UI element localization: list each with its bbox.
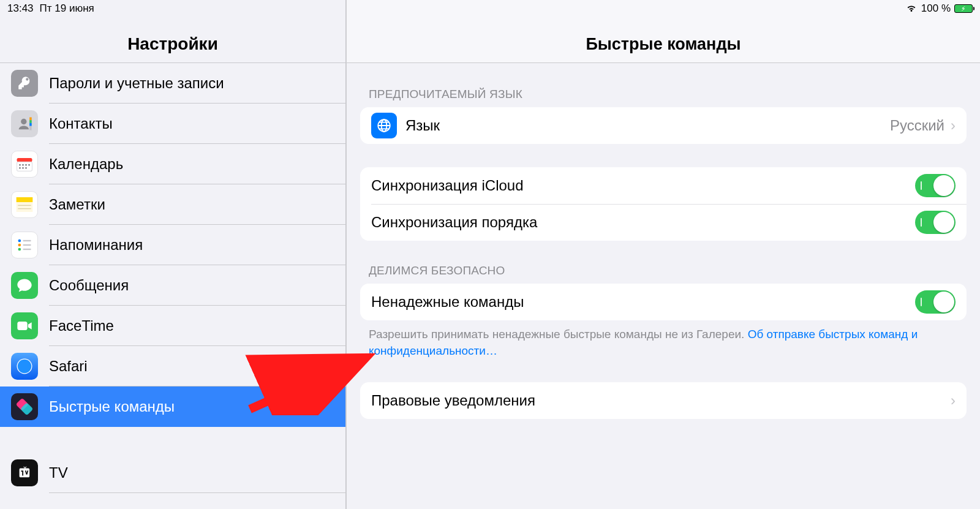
group-sync: Синхронизация iCloud Синхронизация поряд… <box>360 167 967 241</box>
sidebar-item-label: Календарь <box>49 156 123 173</box>
sidebar-item-shortcuts[interactable]: Быстрые команды <box>0 386 345 427</box>
sidebar: Настройки Пароли и учетные записи Контак… <box>0 0 346 509</box>
sidebar-item-label: Напоминания <box>49 236 143 254</box>
shortcuts-icon <box>11 393 38 420</box>
sidebar-item-messages[interactable]: Сообщения <box>0 265 345 306</box>
sidebar-item-notes[interactable]: Заметки <box>0 184 345 225</box>
sidebar-item-tv[interactable]: TV <box>0 453 345 493</box>
group-footer-untrusted: Разрешить принимать ненадежные быстрые к… <box>360 320 967 359</box>
row-untrusted-label: Ненадежные команды <box>371 293 915 311</box>
detail-pane: Быстрые команды ПРЕДПОЧИТАЕМЫЙ ЯЗЫК Язык… <box>346 0 980 509</box>
sidebar-item-calendar[interactable]: Календарь <box>0 144 345 184</box>
svg-point-20 <box>18 248 21 251</box>
footer-text: Разрешить принимать ненадежные быстрые к… <box>369 328 748 341</box>
svg-point-18 <box>18 239 21 243</box>
sidebar-title: Настройки <box>127 34 218 54</box>
sidebar-list: Пароли и учетные записи Контакты Календа… <box>0 63 345 509</box>
svg-point-0 <box>21 119 26 124</box>
reminders-icon <box>11 232 38 258</box>
svg-point-12 <box>22 167 24 169</box>
sidebar-item-label: TV <box>49 464 68 481</box>
chevron-right-icon: › <box>951 117 956 134</box>
svg-rect-14 <box>17 197 33 202</box>
group-language: Язык Русский › <box>360 107 967 144</box>
svg-rect-4 <box>29 123 32 126</box>
chevron-right-icon: › <box>951 392 956 409</box>
svg-point-19 <box>18 244 21 247</box>
row-order-sync[interactable]: Синхронизация порядка <box>360 204 967 241</box>
sidebar-item-reminders[interactable]: Напоминания <box>0 225 345 265</box>
sidebar-item-label: Быстрые команды <box>49 398 175 415</box>
sidebar-item-contacts[interactable]: Контакты <box>0 104 345 144</box>
toggle-icloud-sync[interactable] <box>915 174 956 197</box>
facetime-icon <box>11 312 38 339</box>
svg-point-26 <box>18 360 32 374</box>
svg-rect-3 <box>29 120 32 123</box>
group-header-language: ПРЕДПОЧИТАЕМЫЙ ЯЗЫК <box>360 88 967 107</box>
row-language-value: Русский <box>890 117 944 134</box>
battery-percent: 100 % <box>921 2 951 15</box>
toggle-untrusted[interactable] <box>915 290 956 314</box>
wifi-icon <box>905 2 918 15</box>
group-legal: Правовые уведомления › <box>360 382 967 419</box>
safari-icon <box>11 353 38 380</box>
sidebar-item-label: FaceTime <box>49 317 114 334</box>
row-icloud-sync[interactable]: Синхронизация iCloud <box>360 167 967 204</box>
row-untrusted[interactable]: Ненадежные команды <box>360 284 967 320</box>
tv-icon <box>11 459 38 486</box>
sidebar-item-passwords[interactable]: Пароли и учетные записи <box>0 63 345 104</box>
svg-point-11 <box>19 167 21 169</box>
calendar-icon <box>11 151 38 178</box>
toggle-order-sync[interactable] <box>915 211 956 234</box>
sidebar-item-facetime[interactable]: FaceTime <box>0 306 345 346</box>
globe-icon <box>371 113 397 138</box>
svg-rect-15 <box>17 202 33 212</box>
sidebar-item-label: Сообщения <box>49 277 129 294</box>
status-time: 13:43 <box>7 2 34 15</box>
svg-point-9 <box>25 164 27 166</box>
sidebar-item-label: Контакты <box>49 115 113 132</box>
svg-point-10 <box>28 164 30 166</box>
svg-rect-2 <box>29 118 32 121</box>
detail-title: Быстрые команды <box>586 35 741 54</box>
svg-rect-24 <box>17 322 27 330</box>
svg-rect-6 <box>17 162 32 171</box>
row-language[interactable]: Язык Русский › <box>360 107 967 144</box>
sidebar-item-safari[interactable]: Safari <box>0 346 345 386</box>
svg-point-7 <box>19 164 21 166</box>
svg-point-13 <box>25 167 27 169</box>
row-language-label: Язык <box>405 117 890 134</box>
svg-rect-5 <box>17 158 32 162</box>
notes-icon <box>11 191 38 218</box>
group-header-share: ДЕЛИМСЯ БЕЗОПАСНО <box>360 264 967 284</box>
status-bar: 13:43 Пт 19 июня 100 % ⚡︎ <box>0 0 980 17</box>
sidebar-item-label: Пароли и учетные записи <box>49 75 224 92</box>
sidebar-item-label: Safari <box>49 358 88 375</box>
row-legal[interactable]: Правовые уведомления › <box>360 382 967 419</box>
contacts-icon <box>11 110 38 137</box>
row-icloud-sync-label: Синхронизация iCloud <box>371 177 915 194</box>
svg-point-8 <box>22 164 24 166</box>
group-untrusted: Ненадежные команды <box>360 284 967 320</box>
status-date: Пт 19 июня <box>40 2 94 15</box>
row-order-sync-label: Синхронизация порядка <box>371 214 915 231</box>
sidebar-item-label: Заметки <box>49 196 105 213</box>
battery-icon: ⚡︎ <box>954 4 973 13</box>
messages-icon <box>11 272 38 299</box>
row-legal-label: Правовые уведомления <box>371 392 951 409</box>
key-icon <box>11 70 38 97</box>
